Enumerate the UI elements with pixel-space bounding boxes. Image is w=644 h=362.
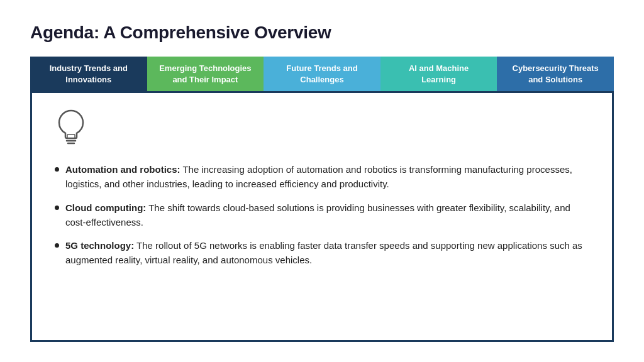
bullet-dot-3 — [55, 243, 59, 248]
bullet-bold-5g: 5G technology: — [65, 240, 134, 251]
bullet-text-5g: 5G technology: The rollout of 5G network… — [65, 238, 587, 268]
tab-emerging-tech[interactable]: Emerging Technologies and Their Impact — [147, 57, 264, 91]
bullet-dot — [55, 167, 59, 172]
bullet-text-cloud: Cloud computing: The shift towards cloud… — [65, 200, 587, 230]
bullet-item-5g: 5G technology: The rollout of 5G network… — [55, 238, 587, 268]
tabs-row: Industry Trends and Innovations Emerging… — [30, 57, 614, 91]
slide-container: Agenda: A Comprehensive Overview Industr… — [0, 0, 644, 362]
tab-future-trends[interactable]: Future Trends and Challenges — [264, 57, 380, 91]
bullet-list: Automation and robotics: The increasing … — [55, 162, 587, 268]
lightbulb-icon — [55, 108, 587, 151]
tab-cybersecurity[interactable]: Cybersecurity Threats and Solutions — [497, 57, 614, 91]
bullet-bold-cloud: Cloud computing: — [65, 202, 146, 213]
bullet-item-automation: Automation and robotics: The increasing … — [55, 162, 587, 192]
bullet-body-5g: The rollout of 5G networks is enabling f… — [65, 240, 582, 265]
slide-title: Agenda: A Comprehensive Overview — [30, 23, 614, 43]
bullet-text-automation: Automation and robotics: The increasing … — [65, 162, 587, 192]
bullet-item-cloud: Cloud computing: The shift towards cloud… — [55, 200, 587, 230]
content-panel: Automation and robotics: The increasing … — [30, 91, 614, 342]
bullet-bold-automation: Automation and robotics: — [65, 164, 180, 175]
bullet-dot-2 — [55, 206, 59, 210]
tab-ai-ml[interactable]: AI and Machine Learning — [380, 57, 497, 91]
tab-industry-trends[interactable]: Industry Trends and Innovations — [30, 57, 147, 91]
